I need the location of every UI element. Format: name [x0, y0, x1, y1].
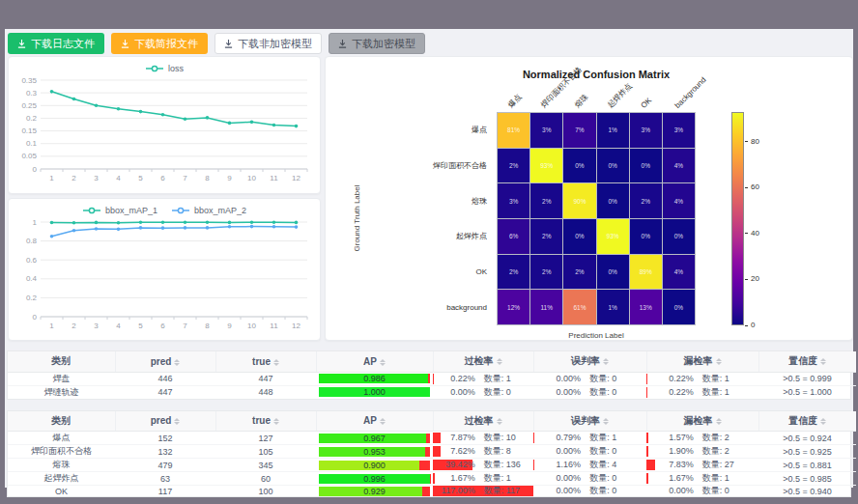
rate-count: 数量: 0 [484, 387, 511, 398]
download-log-button[interactable]: 下载日志文件 [8, 33, 104, 54]
rate-percent: 0.00% [533, 387, 581, 398]
svg-text:7: 7 [183, 174, 187, 182]
matrix-cell: 4% [663, 183, 695, 218]
column-header-pred[interactable]: pred [115, 411, 215, 432]
matrix-col-label: 爆点 [505, 92, 524, 110]
cell-true: 448 [215, 385, 316, 399]
column-header-true[interactable]: true [215, 411, 316, 432]
sort-caret-icon[interactable] [273, 418, 279, 425]
download-icon [17, 40, 26, 48]
matrix-cell: 3% [630, 113, 662, 148]
sort-caret-icon[interactable] [497, 358, 502, 365]
matrix-cell: 0% [630, 219, 662, 254]
matrix-cell: 12% [498, 290, 529, 324]
sort-caret-icon[interactable] [603, 358, 609, 365]
button-label: 下载加密模型 [352, 37, 415, 51]
rate-percent: 1.57% [646, 433, 694, 443]
sort-caret-icon[interactable] [820, 358, 826, 365]
svg-text:8: 8 [205, 322, 210, 330]
column-header-ap[interactable]: AP [316, 351, 433, 372]
svg-text:0: 0 [33, 165, 38, 174]
ap-value: 0.953 [319, 447, 430, 457]
column-header-ap[interactable]: AP [316, 411, 433, 432]
svg-text:3: 3 [94, 322, 99, 330]
confusion-matrix-ylabel: Ground Truth Label [353, 185, 361, 252]
matrix-cell: 93% [530, 149, 562, 183]
sort-caret-icon[interactable] [497, 418, 502, 425]
column-header-miss[interactable]: 漏检率 [646, 351, 758, 372]
sort-caret-icon[interactable] [380, 359, 386, 366]
cell-conf: >0.5 = 0.924 [758, 432, 856, 445]
cell-mis: 0.00%数量: 0 [533, 472, 646, 486]
sort-caret-icon[interactable] [380, 418, 386, 425]
cell-conf: >0.5 = 0.985 [758, 472, 856, 486]
rate-percent: 0.00% [433, 387, 475, 398]
column-label: 类别 [51, 355, 71, 366]
svg-text:0: 0 [33, 313, 38, 322]
svg-text:3: 3 [94, 174, 99, 182]
rate-count: 数量: 117 [484, 486, 520, 496]
loss-chart: 00.050.10.150.20.250.30.3512345678910111… [12, 74, 317, 184]
rate-count: 数量: 1 [702, 374, 729, 384]
matrix-row-label: 起焊炸点 [382, 218, 492, 254]
cell-ap: 0.929 [316, 486, 433, 497]
table-row: 起焊炸点63600.9961.67%数量: 10.00%数量: 01.67%数量… [8, 472, 856, 486]
cell-name: 爆点 [8, 432, 115, 445]
column-header-over[interactable]: 过检率 [433, 351, 533, 372]
defect-table: 类别predtrueAP过检率误判率漏检率置信度爆点1521270.9677.8… [8, 411, 856, 497]
column-header-over[interactable]: 过检率 [433, 411, 533, 432]
download-encrypted-model-button[interactable]: 下载加密模型 [329, 33, 425, 54]
matrix-cell: 2% [530, 183, 562, 218]
column-header-true[interactable]: true [215, 351, 316, 372]
cell-pred: 117 [115, 486, 215, 497]
rate-percent: 117.00% [433, 486, 475, 496]
column-header-conf[interactable]: 置信度 [758, 351, 856, 372]
svg-text:4: 4 [116, 322, 121, 330]
cell-miss: 1.90%数量: 2 [646, 445, 758, 459]
svg-text:0.2: 0.2 [26, 294, 38, 302]
sort-caret-icon[interactable] [716, 418, 722, 425]
sort-caret-icon[interactable] [820, 418, 826, 425]
svg-text:10: 10 [247, 174, 256, 182]
rate-count: 数量: 0 [589, 473, 616, 484]
sort-caret-icon[interactable] [603, 418, 609, 425]
legend-item-bbox_mAP_1[interactable]: bbox_mAP_1 [82, 206, 157, 215]
matrix-col-label: background [672, 75, 707, 110]
sort-caret-icon[interactable] [174, 359, 180, 366]
table-row: 焊盘4464470.9860.22%数量: 10.00%数量: 00.22%数量… [8, 372, 856, 385]
matrix-cell: 0% [597, 183, 629, 218]
matrix-cell: 2% [498, 255, 529, 290]
legend-item-bbox_mAP_2[interactable]: bbox_mAP_2 [171, 206, 246, 215]
confusion-matrix-row-labels: 爆点焊印面积不合格熔珠起焊炸点OKbackground [382, 112, 492, 325]
column-header-mis[interactable]: 误判率 [533, 411, 646, 432]
cell-true: 60 [215, 472, 316, 486]
sort-caret-icon[interactable] [273, 359, 279, 366]
dashboard-page: { "toolbar": { "buttons": [ { "label": "… [0, 0, 858, 504]
cell-true: 127 [215, 432, 316, 445]
column-header-mis[interactable]: 误判率 [533, 351, 646, 372]
rate-count: 数量: 1 [484, 473, 511, 484]
download-unencrypted-model-button[interactable]: 下载非加密模型 [214, 33, 322, 54]
column-header-conf[interactable]: 置信度 [758, 411, 856, 432]
matrix-cell: 2% [563, 255, 595, 290]
matrix-cell: 2% [498, 149, 529, 183]
colorbar-tick [745, 279, 748, 280]
table-row: OK1171000.929117.00%数量: 1170.00%数量: 00.0… [8, 486, 856, 497]
table-row: 焊印面积不合格1321050.9537.62%数量: 80.00%数量: 01.… [8, 445, 856, 459]
column-header-miss[interactable]: 漏检率 [646, 411, 758, 432]
rate-percent: 7.87% [433, 433, 475, 443]
legend-line-marker [171, 207, 190, 214]
download-report-button[interactable]: 下载简报文件 [111, 33, 208, 54]
matrix-cell: 4% [663, 149, 695, 183]
cell-name: 焊缝轨迹 [8, 385, 115, 399]
summary-table-block: 类别predtrueAP过检率误判率漏检率置信度焊盘4464470.9860.2… [7, 350, 851, 400]
rate-percent: 0.22% [646, 374, 694, 384]
column-label: 过检率 [465, 355, 494, 366]
rate-percent: 7.62% [433, 446, 475, 457]
column-label: pred [151, 415, 172, 426]
legend-item-loss[interactable]: loss [145, 64, 184, 73]
sort-caret-icon[interactable] [716, 358, 722, 365]
sort-caret-icon[interactable] [174, 418, 180, 425]
svg-text:6: 6 [160, 322, 165, 330]
column-header-pred[interactable]: pred [115, 351, 215, 372]
